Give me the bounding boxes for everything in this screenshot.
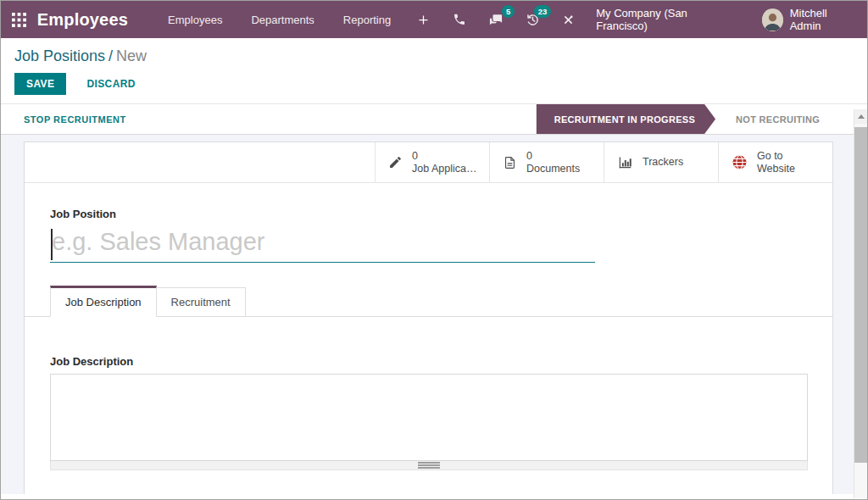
app-title[interactable]: Employees (37, 10, 128, 30)
user-name: Mitchell Admin (790, 7, 855, 32)
stat-label-line2: Website (757, 163, 795, 175)
resize-handle[interactable] (50, 461, 808, 470)
save-button[interactable]: SAVE (14, 73, 66, 95)
tab-recruitment[interactable]: Recruitment (157, 287, 246, 317)
stat-label: Trackers (643, 156, 683, 169)
go-to-website-stat-button[interactable]: Go to Website (718, 142, 832, 182)
breadcrumb: Job Positions/New (14, 47, 854, 65)
grip-lines-icon (418, 462, 440, 469)
notebook-tabs: Job Description Recruitment (25, 286, 832, 317)
stat-label-line1: Go to (757, 150, 795, 163)
pencil-icon (388, 155, 403, 169)
breadcrumb-job-positions[interactable]: Job Positions (14, 47, 105, 64)
stop-recruitment-button[interactable]: STOP RECRUITMENT (24, 104, 126, 134)
job-position-input[interactable] (50, 225, 595, 262)
phone-icon[interactable] (442, 1, 477, 38)
scrollbar-thumb[interactable] (854, 127, 868, 463)
job-description-input[interactable] (50, 374, 808, 461)
user-avatar (762, 8, 783, 31)
menu-employees[interactable]: Employees (153, 1, 236, 38)
up-arrow-icon (858, 114, 865, 119)
bar-chart-icon (617, 155, 633, 169)
stage-not-recruiting[interactable]: NOT RECRUITING (715, 104, 840, 134)
menu-reporting[interactable]: Reporting (329, 1, 405, 38)
document-icon (503, 155, 517, 170)
job-position-label: Job Position (50, 208, 116, 220)
job-position-field-wrap (50, 225, 595, 263)
form-sheet: 0 Job Applications 0 Documents (24, 142, 833, 494)
tab-content-job-description: Job Description (50, 317, 807, 470)
stage-recruitment-in-progress[interactable]: RECRUITMENT IN PROGRESS (537, 104, 715, 134)
tools-icon[interactable] (551, 1, 586, 38)
activities-badge: 23 (534, 5, 552, 18)
stat-value: 0 (526, 150, 580, 163)
messages-icon[interactable]: 5 (477, 1, 515, 38)
app-window: Employees Employees Departments Reportin… (0, 0, 868, 500)
tab-job-description[interactable]: Job Description (50, 286, 157, 317)
plus-icon[interactable] (405, 1, 442, 38)
grid-icon (12, 13, 26, 27)
activity-clock-icon[interactable]: 23 (515, 1, 551, 38)
stat-label: Documents (526, 163, 580, 175)
company-switcher[interactable]: My Company (San Francisco) (586, 7, 745, 32)
control-panel: Job Positions/New SAVE DISCARD (1, 38, 867, 103)
breadcrumb-separator: / (105, 47, 116, 64)
breadcrumb-current: New (116, 47, 147, 64)
apps-grid-icon[interactable] (1, 1, 37, 38)
documents-stat-button[interactable]: 0 Documents (489, 142, 604, 182)
trackers-stat-button[interactable]: Trackers (604, 142, 718, 182)
job-applications-stat-button[interactable]: 0 Job Applications (375, 142, 489, 182)
stage-pipeline: RECRUITMENT IN PROGRESS NOT RECRUITING (536, 104, 840, 134)
globe-icon (732, 154, 748, 170)
vertical-scrollbar[interactable] (854, 109, 868, 498)
top-navbar: Employees Employees Departments Reportin… (1, 1, 867, 38)
statusbar-spacer (126, 104, 536, 134)
scroll-up-button[interactable] (854, 109, 868, 124)
user-menu[interactable]: Mitchell Admin (745, 7, 855, 32)
stat-button-box: 0 Job Applications 0 Documents (25, 142, 832, 183)
statusbar: STOP RECRUITMENT RECRUITMENT IN PROGRESS… (1, 103, 867, 135)
stat-label: Job Applications (412, 163, 478, 175)
discard-button[interactable]: DISCARD (76, 73, 145, 95)
job-description-label: Job Description (50, 355, 133, 368)
text-cursor (51, 229, 53, 260)
form-view: 0 Job Applications 0 Documents (1, 135, 867, 494)
messages-badge: 5 (502, 5, 515, 18)
stat-value: 0 (412, 150, 478, 163)
menu-departments[interactable]: Departments (236, 1, 328, 38)
